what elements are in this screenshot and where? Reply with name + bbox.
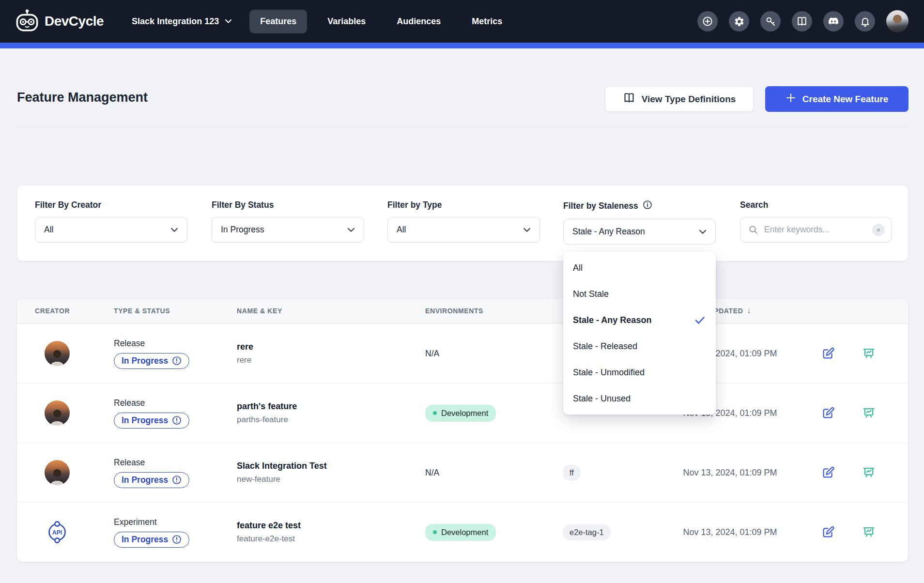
dropdown-option-stale-unmodified[interactable]: Stale - Unmodified	[563, 359, 716, 385]
edit-pencil-icon	[821, 525, 835, 539]
api-creator-icon: API	[45, 519, 70, 546]
add-circle-button[interactable]	[697, 11, 718, 31]
status-badge[interactable]: In Progress	[114, 532, 189, 548]
status-badge[interactable]: In Progress	[114, 413, 189, 429]
search-icon	[748, 225, 758, 235]
feature-metrics-button[interactable]	[862, 525, 876, 539]
create-new-feature-label: Create New Feature	[802, 94, 888, 105]
filter-staleness-value: Stale - Any Reason	[572, 227, 645, 237]
dropdown-option-not-stale[interactable]: Not Stale	[563, 281, 716, 307]
feature-type: Release	[114, 458, 145, 468]
environment-label: Development	[441, 409, 488, 418]
api-keys-button[interactable]	[760, 11, 781, 31]
plus-icon	[785, 92, 796, 106]
tab-variables[interactable]: Variables	[317, 10, 376, 33]
feature-type: Release	[114, 338, 145, 349]
status-badge[interactable]: In Progress	[114, 353, 189, 369]
creator-avatar	[45, 341, 70, 366]
alert-circle-icon	[172, 475, 182, 485]
notifications-button[interactable]	[855, 11, 875, 31]
edit-feature-button[interactable]	[821, 406, 835, 420]
option-label: Stale - Unused	[573, 394, 631, 404]
dropdown-option-stale-released[interactable]: Stale - Released	[563, 333, 716, 359]
column-header-type-status[interactable]: Type & Status	[114, 307, 237, 315]
app-screen: DevCycle Slack Integration 123 Features …	[0, 0, 924, 583]
environment-dot-icon	[433, 530, 437, 534]
chevron-down-icon	[699, 227, 707, 237]
feature-key: feature-e2e-test	[237, 534, 425, 544]
search-input[interactable]	[764, 225, 868, 235]
updated-date: Nov 13, 2024, 01:09 PM	[671, 468, 789, 478]
feature-metrics-button[interactable]	[862, 347, 876, 360]
feature-name[interactable]: rere	[237, 342, 425, 352]
brand-logo[interactable]: DevCycle	[15, 9, 104, 34]
create-new-feature-button[interactable]: Create New Feature	[765, 86, 909, 112]
info-icon[interactable]	[643, 200, 652, 212]
chevron-down-icon	[170, 225, 178, 235]
docs-button[interactable]	[792, 11, 812, 31]
bell-icon	[860, 16, 871, 27]
dropdown-option-stale-unused[interactable]: Stale - Unused	[563, 385, 716, 412]
top-nav: DevCycle Slack Integration 123 Features …	[0, 0, 924, 43]
search-group: Search ×	[740, 200, 892, 243]
edit-feature-button[interactable]	[821, 466, 835, 479]
environment-label: Development	[441, 528, 488, 537]
column-header-environments[interactable]: Environments	[425, 307, 562, 315]
search-box: ×	[740, 217, 892, 243]
x-icon: ×	[877, 226, 881, 233]
status-label: In Progress	[122, 475, 168, 485]
dropdown-option-all[interactable]: All	[563, 255, 716, 281]
filter-type-label: Filter by Type	[387, 200, 540, 210]
option-label: Stale - Unmodified	[573, 368, 645, 378]
creator-avatar	[45, 400, 70, 426]
discord-button[interactable]	[823, 11, 844, 31]
book-icon	[623, 92, 635, 107]
accent-stripe	[0, 43, 924, 48]
tab-audiences[interactable]: Audiences	[386, 10, 451, 33]
tags-cell: ff	[562, 465, 671, 481]
clear-search-button[interactable]: ×	[872, 224, 885, 236]
tab-metrics[interactable]: Metrics	[461, 10, 513, 33]
filter-type-value: All	[397, 225, 406, 235]
feature-metrics-button[interactable]	[862, 406, 876, 420]
status-badge[interactable]: In Progress	[114, 472, 189, 488]
edit-feature-button[interactable]	[821, 525, 835, 539]
view-type-definitions-button[interactable]: View Type Definitions	[605, 86, 754, 112]
project-name: Slack Integration 123	[132, 16, 219, 27]
feature-metrics-button[interactable]	[862, 466, 876, 479]
book-icon	[796, 15, 808, 27]
settings-button[interactable]	[729, 11, 749, 31]
tag-badge: e2e-tag-1	[563, 524, 611, 540]
project-selector[interactable]: Slack Integration 123	[132, 16, 232, 27]
checkmark-icon	[693, 314, 706, 326]
discord-icon	[828, 15, 839, 27]
dropdown-option-stale-any-reason[interactable]: Stale - Any Reason	[563, 307, 716, 333]
alert-circle-icon	[172, 535, 182, 544]
filter-staleness-select[interactable]: Stale - Any Reason	[563, 219, 716, 245]
filter-creator-value: All	[44, 225, 53, 235]
filter-status-value: In Progress	[221, 225, 264, 235]
sort-descending-icon: ↓	[747, 306, 751, 316]
option-label: Stale - Any Reason	[573, 315, 651, 325]
filter-creator-select[interactable]: All	[35, 217, 187, 243]
features-table: Creator Type & Status Name & Key Environ…	[17, 299, 908, 562]
column-header-creator[interactable]: Creator	[17, 307, 114, 315]
filter-status-select[interactable]: In Progress	[212, 217, 364, 243]
search-label: Search	[740, 200, 892, 210]
filter-type-select[interactable]: All	[387, 217, 540, 243]
chevron-down-icon	[347, 225, 355, 235]
feature-name[interactable]: feature e2e test	[237, 521, 425, 531]
chart-board-icon	[862, 466, 876, 479]
chart-board-icon	[862, 347, 876, 360]
tab-features[interactable]: Features	[249, 10, 307, 33]
chart-board-icon	[862, 525, 876, 539]
user-avatar[interactable]	[886, 10, 909, 32]
feature-name[interactable]: Slack Integration Test	[237, 461, 425, 471]
creator-avatar	[45, 460, 70, 485]
nav-right-icons	[697, 10, 909, 32]
column-header-name-key[interactable]: Name & Key	[237, 307, 425, 315]
table-row: Release In Progress parth's feature part…	[17, 383, 908, 443]
edit-feature-button[interactable]	[821, 347, 835, 360]
view-type-definitions-label: View Type Definitions	[642, 94, 736, 105]
feature-name[interactable]: parth's feature	[237, 401, 425, 412]
